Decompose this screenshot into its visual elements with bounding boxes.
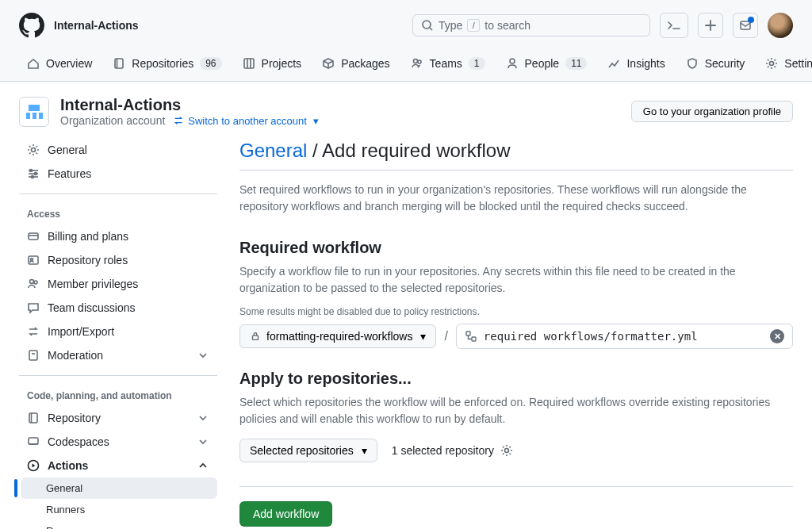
switch-account-link[interactable]: Switch to another account ▾ — [173, 115, 319, 127]
sidebar-subitem-actions-general[interactable]: General — [21, 477, 217, 499]
tab-projects[interactable]: Projects — [235, 51, 310, 81]
page-title: General / Add required workflow — [239, 140, 793, 171]
section-required-workflow-heading: Required workflow — [239, 239, 793, 257]
people-icon — [27, 278, 40, 290]
tab-repositories[interactable]: Repositories96 — [105, 51, 229, 81]
workflow-repo-select[interactable]: formatting-required-workflows ▾ — [239, 324, 436, 348]
play-icon — [27, 459, 40, 472]
svg-point-23 — [30, 280, 34, 284]
go-to-profile-button[interactable]: Go to your organization profile — [631, 101, 793, 122]
comment-icon — [27, 301, 40, 314]
repo-scope-select[interactable]: Selected repositories ▾ — [239, 439, 377, 462]
github-logo[interactable] — [19, 13, 44, 38]
settings-sidebar: General Features Access Billing and plan… — [19, 135, 217, 529]
svg-point-11 — [770, 62, 774, 66]
notification-indicator — [748, 17, 754, 23]
header-context[interactable]: Internal-Actions — [54, 19, 139, 32]
sidebar-item-repository[interactable]: Repository — [19, 406, 217, 430]
svg-point-9 — [418, 60, 421, 63]
sidebar-item-codespaces[interactable]: Codespaces — [19, 430, 217, 454]
tab-teams[interactable]: Teams1 — [403, 51, 493, 81]
report-icon — [27, 349, 40, 362]
chevron-down-icon — [197, 435, 209, 448]
svg-rect-34 — [472, 337, 476, 341]
arrows-switch-icon — [27, 325, 40, 338]
chevron-up-icon — [197, 459, 209, 472]
sidebar-header-access: Access — [19, 204, 217, 224]
sidebar-item-import-export[interactable]: Import/Export — [19, 320, 217, 343]
switch-icon — [173, 115, 184, 126]
caret-down-icon: ▾ — [420, 330, 426, 343]
caret-down-icon: ▾ — [313, 115, 319, 127]
svg-rect-5 — [244, 59, 254, 68]
lock-icon — [250, 331, 261, 342]
tab-people[interactable]: People11 — [498, 51, 596, 81]
page-description: Set required workflows to run in your or… — [239, 171, 793, 218]
user-avatar[interactable] — [768, 13, 793, 38]
sidebar-item-team-discussions[interactable]: Team discussions — [19, 296, 217, 320]
svg-rect-19 — [29, 233, 38, 240]
chevron-down-icon — [197, 349, 209, 362]
sidebar-item-actions[interactable]: Actions — [19, 454, 217, 477]
sidebar-item-member-priv[interactable]: Member privileges — [19, 272, 217, 296]
tab-settings[interactable]: Settings — [757, 51, 812, 81]
sidebar-subitem-actions-runner-groups[interactable]: Runner groups — [21, 520, 217, 529]
svg-rect-32 — [253, 335, 259, 339]
tab-security[interactable]: Security — [678, 51, 753, 81]
sidebar-item-moderation[interactable]: Moderation — [19, 343, 217, 367]
chevron-down-icon — [197, 412, 209, 424]
org-subtitle: Organization account — [60, 114, 165, 127]
sidebar-item-features[interactable]: Features — [19, 162, 217, 186]
tab-overview[interactable]: Overview — [19, 51, 100, 81]
search-placeholder-post: to search — [485, 19, 530, 32]
add-workflow-button[interactable]: Add workflow — [239, 501, 332, 527]
id-badge-icon — [27, 254, 40, 266]
workflow-path-input[interactable] — [484, 330, 764, 343]
gear-icon — [27, 144, 40, 156]
repo-icon — [27, 412, 40, 424]
tab-packages[interactable]: Packages — [314, 51, 397, 81]
svg-point-24 — [34, 281, 37, 284]
slash-key-icon: / — [467, 19, 480, 32]
section-required-workflow-desc: Specify a workflow file to run in your r… — [239, 263, 793, 297]
gear-icon[interactable] — [500, 444, 513, 457]
sidebar-subitem-actions-runners[interactable]: Runners — [21, 499, 217, 520]
sidebar-item-repo-roles[interactable]: Repository roles — [19, 248, 217, 272]
caret-down-icon: ▾ — [362, 444, 367, 457]
org-avatar — [19, 97, 49, 127]
credit-card-icon — [27, 230, 40, 243]
org-name: Internal-Actions — [60, 96, 319, 114]
svg-rect-33 — [466, 332, 470, 335]
svg-point-22 — [31, 259, 33, 261]
svg-point-8 — [413, 59, 417, 63]
clear-input-button[interactable]: ✕ — [770, 329, 784, 343]
sidebar-item-billing[interactable]: Billing and plans — [19, 224, 217, 248]
svg-rect-27 — [29, 413, 37, 423]
svg-line-1 — [430, 28, 432, 30]
sidebar-header-code: Code, planning, and automation — [19, 385, 217, 406]
svg-rect-25 — [29, 351, 37, 360]
selected-repo-count: 1 selected repository — [392, 444, 494, 457]
section-apply-desc: Select which repositories the workflow w… — [239, 394, 793, 427]
sidebar-item-general[interactable]: General — [19, 138, 217, 162]
tab-insights[interactable]: Insights — [599, 51, 672, 81]
workflow-icon — [465, 330, 477, 343]
svg-point-10 — [510, 59, 515, 63]
svg-point-0 — [423, 21, 431, 29]
notifications-button[interactable] — [733, 13, 758, 38]
create-new-button[interactable] — [698, 13, 723, 38]
codespaces-icon — [27, 435, 40, 448]
breadcrumb-general[interactable]: General — [239, 140, 307, 161]
svg-point-35 — [504, 449, 508, 453]
search-input[interactable]: Type / to search — [412, 14, 650, 36]
svg-point-12 — [32, 148, 36, 152]
search-placeholder-pre: Type — [439, 19, 462, 32]
search-icon — [421, 19, 434, 32]
svg-rect-3 — [115, 59, 123, 68]
command-palette-button[interactable] — [660, 13, 688, 38]
section-apply-heading: Apply to repositories... — [239, 370, 793, 388]
path-separator: / — [444, 329, 447, 343]
sliders-icon — [27, 167, 40, 180]
svg-rect-29 — [29, 438, 38, 444]
policy-hint: Some results might be disabled due to po… — [239, 306, 793, 317]
